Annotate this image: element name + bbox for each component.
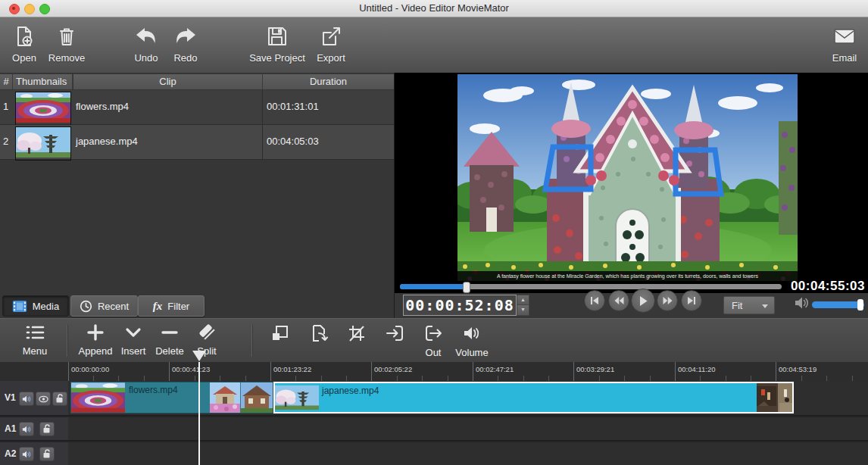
v1-hide-button[interactable] (36, 392, 51, 406)
clip-duration: 00:04:05:03 (267, 136, 319, 147)
skip-start-icon (590, 296, 599, 305)
preview-pane: A fantasy flower house at the Miracle Ga… (395, 73, 868, 318)
row-index: 2 (3, 136, 8, 147)
ruler-label: 00:04:11:20 (678, 365, 715, 373)
tab-media-label: Media (33, 301, 59, 312)
skip-to-start-button[interactable] (584, 290, 605, 311)
timeline-tracks: V1 A1 A2 (0, 381, 868, 465)
track-label: A1 (5, 423, 16, 434)
clip-thumb-flowers-end1 (210, 382, 240, 413)
track-header-a2: A2 (0, 442, 69, 465)
col-header-duration[interactable]: Duration (263, 74, 394, 89)
col-header-thumbnails[interactable]: Thumbnails (13, 74, 73, 89)
toolbar-separator (251, 325, 252, 357)
timecode-display[interactable]: 00:00:52:08 (403, 295, 517, 316)
ruler-label: 00:02:47:21 (476, 365, 514, 373)
playhead-line[interactable] (198, 362, 200, 465)
crop-button[interactable] (346, 323, 367, 345)
audio-lane-a1[interactable] (68, 417, 868, 441)
ruler-label: 00:03:29:21 (576, 365, 614, 373)
mark-out-icon (423, 323, 443, 343)
skip-end-icon (687, 296, 696, 305)
track-header-a1: A1 (0, 417, 69, 441)
playlist-row-japanese[interactable]: 2 japanese.mp4 00:04:05:03 (0, 125, 394, 160)
clip-name: flowers.mp4 (76, 101, 129, 112)
zoom-fit-dropdown[interactable]: Fit (723, 296, 775, 314)
minus-icon (161, 323, 179, 342)
chevron-down-icon (762, 304, 768, 308)
a1-mute-button[interactable] (19, 422, 34, 436)
window-title: Untitled - Video Editor MovieMator (0, 0, 868, 17)
playhead-handle[interactable] (192, 351, 206, 361)
clip-volume-button[interactable]: Volume (451, 323, 492, 358)
timeline-menu-button[interactable]: Menu (14, 323, 56, 357)
save-floppy-icon (266, 25, 289, 48)
timeline-clip-flowers[interactable]: flowers.mp4 (70, 382, 273, 414)
audio-lane-a2[interactable] (68, 442, 868, 465)
video-caption: A fantasy flower house at the Miracle Ga… (457, 271, 798, 281)
timeline-ruler[interactable]: 00:00:00:00 00:00:41:23 00:01:23:22 00:0… (0, 362, 868, 382)
ruler-label: 00:00:41:23 (172, 365, 210, 373)
a1-lock-button[interactable] (39, 422, 55, 436)
open-button[interactable]: Open (6, 25, 42, 69)
a2-mute-button[interactable] (19, 447, 34, 461)
append-button[interactable]: Append (76, 323, 115, 357)
clip-duration: 00:01:31:01 (267, 101, 319, 112)
clip-thumb-japanese-end (757, 383, 792, 412)
rewind-button[interactable] (608, 290, 629, 311)
unlock-icon (55, 394, 64, 404)
email-envelope-icon (832, 25, 857, 48)
export-icon (320, 25, 342, 48)
tab-filter[interactable]: fx Filter (138, 295, 205, 317)
col-header-index[interactable]: # (0, 74, 13, 89)
undo-button[interactable]: Undo (129, 25, 164, 69)
col-header-clip[interactable]: Clip (73, 74, 263, 89)
delete-button[interactable]: Delete (151, 323, 188, 357)
preview-volume-slider[interactable] (812, 301, 864, 308)
video-lane-v1[interactable]: flowers.mp4 (68, 381, 868, 416)
preview-volume-icon[interactable] (795, 296, 809, 310)
playlist-row-flowers[interactable]: 1 flowers.mp4 00:01:31:01 (0, 90, 394, 125)
clip-thumb-japanese-start (275, 383, 319, 412)
play-icon (638, 295, 648, 307)
timecode-spin-down[interactable]: ▼ (517, 304, 529, 316)
document-arrow-icon (309, 323, 329, 343)
timeline-clip-japanese[interactable]: japanese.mp4 (273, 382, 794, 414)
export-button[interactable]: Export (312, 25, 350, 69)
tab-filter-label: Filter (167, 301, 189, 312)
a2-lock-button[interactable] (39, 447, 55, 461)
play-button[interactable] (631, 289, 655, 313)
email-button[interactable]: Email (826, 25, 863, 69)
volume-speaker-icon (462, 323, 482, 343)
menu-list-icon (25, 323, 45, 342)
fast-forward-button[interactable] (657, 290, 678, 311)
v1-mute-button[interactable] (19, 392, 34, 406)
preview-volume-handle[interactable] (857, 299, 863, 311)
skip-to-end-button[interactable] (681, 290, 702, 311)
remove-button[interactable]: Remove (44, 25, 89, 69)
save-project-button[interactable]: Save Project (246, 25, 308, 69)
properties-button[interactable] (308, 323, 329, 345)
set-out-button[interactable]: Out (423, 323, 444, 358)
playlist-panel: # Thumbnails Clip Duration 1 flowe (0, 73, 395, 318)
ruler-label: 00:00:00:00 (71, 365, 109, 373)
unlock-icon (42, 449, 52, 459)
redo-button[interactable]: Redo (168, 25, 203, 69)
ruler-label: 00:01:23:22 (273, 365, 311, 373)
insert-button[interactable]: Insert (117, 323, 150, 357)
set-in-button[interactable] (385, 323, 406, 345)
plus-icon (86, 323, 105, 342)
tab-recent[interactable]: Recent (70, 295, 138, 317)
open-file-icon (13, 25, 36, 48)
crop-icon (347, 323, 367, 343)
row-index: 1 (3, 101, 8, 112)
speaker-icon (22, 395, 31, 404)
tab-media[interactable]: Media (2, 295, 69, 317)
v1-lock-button[interactable] (52, 392, 67, 406)
redo-arrow-icon (173, 25, 198, 48)
chevron-down-icon (124, 323, 142, 342)
clip-thumb-flowers-start (71, 382, 125, 413)
seek-handle[interactable] (463, 282, 470, 293)
position-size-button[interactable] (270, 323, 291, 345)
seek-bar[interactable] (400, 284, 782, 289)
